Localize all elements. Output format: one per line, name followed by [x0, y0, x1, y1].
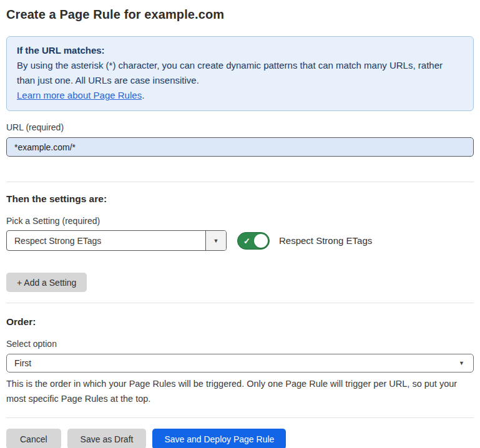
select-option-label: Select option — [6, 339, 474, 349]
settings-section-heading: Then the settings are: — [6, 193, 474, 205]
page-title: Create a Page Rule for example.com — [6, 7, 474, 22]
chevron-down-icon: ▼ — [459, 360, 464, 366]
divider — [6, 182, 474, 182]
order-select-value: First — [7, 358, 31, 368]
toggle-label: Respect Strong ETags — [279, 235, 372, 246]
check-icon: ✓ — [243, 236, 250, 245]
setting-select-value: Respect Strong ETags — [7, 236, 205, 246]
save-as-draft-button[interactable]: Save as Draft — [67, 429, 147, 448]
setting-select[interactable]: Respect Strong ETags ▼ — [6, 230, 227, 251]
toggle-knob — [254, 234, 268, 248]
pick-setting-label: Pick a Setting (required) — [6, 216, 474, 226]
respect-strong-etags-toggle[interactable]: ✓ — [237, 232, 270, 250]
url-input[interactable] — [6, 137, 474, 157]
link-suffix: . — [142, 90, 144, 100]
order-select[interactable]: First ▼ — [6, 354, 474, 373]
chevron-down-icon[interactable]: ▼ — [205, 231, 226, 250]
page-rule-form: Create a Page Rule for example.com If th… — [0, 7, 480, 448]
info-heading: If the URL matches: — [17, 43, 463, 58]
divider — [6, 417, 474, 418]
order-section-heading: Order: — [6, 316, 474, 328]
setting-row: Respect Strong ETags ▼ ✓ Respect Strong … — [6, 230, 474, 251]
info-body: By using the asterisk (*) character, you… — [17, 58, 463, 88]
add-setting-button[interactable]: + Add a Setting — [6, 273, 87, 292]
learn-more-link[interactable]: Learn more about Page Rules — [17, 90, 142, 100]
url-field-label: URL (required) — [6, 122, 474, 132]
divider — [6, 303, 474, 303]
footer-buttons: Cancel Save as Draft Save and Deploy Pag… — [6, 429, 474, 448]
save-and-deploy-button[interactable]: Save and Deploy Page Rule — [152, 429, 286, 448]
url-matches-info-box: If the URL matches: By using the asteris… — [6, 36, 474, 111]
order-help-text: This is the order in which your Page Rul… — [6, 376, 471, 406]
info-link-line: Learn more about Page Rules. — [17, 88, 463, 103]
cancel-button[interactable]: Cancel — [6, 429, 61, 448]
